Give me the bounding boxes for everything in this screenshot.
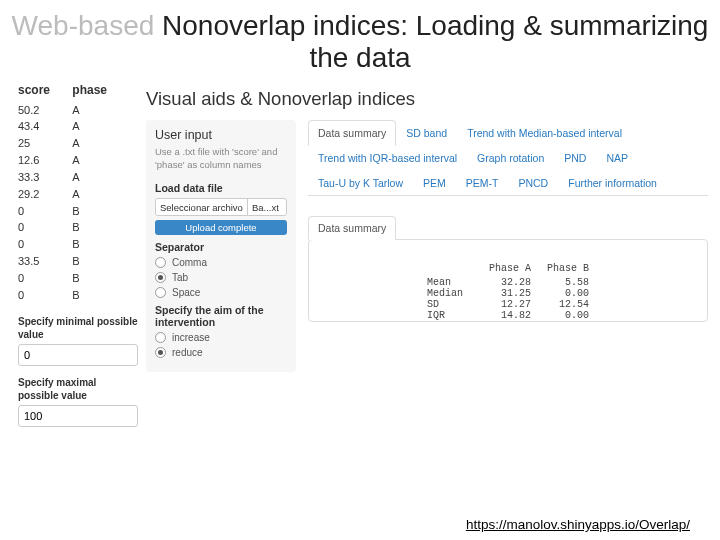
- app-title: Visual aids & Nonoverlap indices: [146, 88, 708, 110]
- min-value-label: Specify minimal possible value: [18, 315, 138, 341]
- load-file-label: Load data file: [155, 182, 287, 194]
- sidebar: User input Use a .txt file with 'score' …: [146, 120, 296, 372]
- radio-icon: [155, 347, 166, 358]
- summary-header: Phase A: [481, 263, 539, 277]
- summary-header: [419, 263, 481, 277]
- upload-status: Upload complete: [155, 220, 287, 235]
- data-header: phase: [72, 82, 130, 102]
- tab-bar: Data summarySD bandTrend with Median-bas…: [308, 120, 708, 196]
- tab[interactable]: PND: [554, 145, 596, 170]
- tab[interactable]: Trend with Median-based interval: [457, 120, 632, 145]
- aim-option[interactable]: reduce: [155, 347, 287, 358]
- summary-panel: Data summary Phase APhase B Mean32.285.5…: [308, 239, 708, 322]
- separator-option[interactable]: Space: [155, 287, 287, 298]
- sidebar-heading: User input: [155, 128, 287, 142]
- table-row: 43.4A: [18, 119, 130, 136]
- max-value-input[interactable]: [18, 405, 138, 427]
- slide-title-faded: Web-based: [12, 10, 155, 41]
- max-value-label: Specify maximal possible value: [18, 376, 138, 402]
- table-row: 50.2A: [18, 103, 130, 120]
- aim-label: Specify the aim of the intervention: [155, 304, 287, 328]
- radio-label: Space: [172, 287, 200, 298]
- file-select-button[interactable]: Seleccionar archivo: [156, 199, 248, 215]
- summary-table: Phase APhase B Mean32.285.58Median31.250…: [419, 263, 597, 321]
- file-picker[interactable]: Seleccionar archivo Ba...xt: [155, 198, 287, 216]
- app-panel: Visual aids & Nonoverlap indices User in…: [144, 82, 708, 426]
- table-row: 25A: [18, 136, 130, 153]
- table-row: 0B: [18, 204, 130, 221]
- summary-panel-tab[interactable]: Data summary: [308, 216, 396, 240]
- table-row: 0B: [18, 271, 130, 288]
- table-row: SD12.2712.54: [419, 299, 597, 310]
- main-pane: Data summarySD bandTrend with Median-bas…: [308, 120, 708, 372]
- table-row: 12.6A: [18, 153, 130, 170]
- separator-option[interactable]: Tab: [155, 272, 287, 283]
- data-preview-table: scorephase 50.2A43.4A25A12.6A33.3A29.2A0…: [18, 82, 130, 304]
- radio-icon: [155, 332, 166, 343]
- radio-label: Tab: [172, 272, 188, 283]
- table-row: 33.3A: [18, 170, 130, 187]
- tab[interactable]: Tau-U by K Tarlow: [308, 170, 413, 195]
- tab[interactable]: Graph rotation: [467, 145, 554, 170]
- radio-label: Comma: [172, 257, 207, 268]
- tab[interactable]: PEM: [413, 170, 456, 195]
- slide-title: Web-based Nonoverlap indices: Loading & …: [0, 0, 720, 82]
- tab[interactable]: SD band: [396, 120, 457, 145]
- summary-header: Phase B: [539, 263, 597, 277]
- slide-title-rest: Nonoverlap indices: Loading & summarizin…: [154, 10, 708, 73]
- table-row: IQR14.820.00: [419, 310, 597, 321]
- table-row: 0B: [18, 237, 130, 254]
- min-value-input[interactable]: [18, 344, 138, 366]
- table-row: 33.5B: [18, 254, 130, 271]
- radio-label: increase: [172, 332, 210, 343]
- data-header: score: [18, 82, 72, 102]
- aim-option[interactable]: increase: [155, 332, 287, 343]
- tab[interactable]: Data summary: [308, 120, 396, 146]
- tab[interactable]: NAP: [596, 145, 638, 170]
- left-column: scorephase 50.2A43.4A25A12.6A33.3A29.2A0…: [18, 82, 138, 426]
- tab[interactable]: Further information: [558, 170, 667, 195]
- separator-label: Separator: [155, 241, 287, 253]
- tab[interactable]: PEM-T: [456, 170, 509, 195]
- table-row: 0B: [18, 220, 130, 237]
- sidebar-hint: Use a .txt file with 'score' and 'phase'…: [155, 146, 287, 172]
- tab[interactable]: PNCD: [508, 170, 558, 195]
- radio-icon: [155, 287, 166, 298]
- radio-icon: [155, 272, 166, 283]
- table-row: 29.2A: [18, 187, 130, 204]
- radio-icon: [155, 257, 166, 268]
- source-url-link[interactable]: https://manolov.shinyapps.io/Overlap/: [466, 517, 690, 532]
- table-row: Mean32.285.58: [419, 277, 597, 288]
- table-row: Median31.250.00: [419, 288, 597, 299]
- separator-option[interactable]: Comma: [155, 257, 287, 268]
- table-row: 0B: [18, 288, 130, 305]
- tab[interactable]: Trend with IQR-based interval: [308, 145, 467, 170]
- file-name: Ba...xt: [248, 202, 286, 213]
- radio-label: reduce: [172, 347, 203, 358]
